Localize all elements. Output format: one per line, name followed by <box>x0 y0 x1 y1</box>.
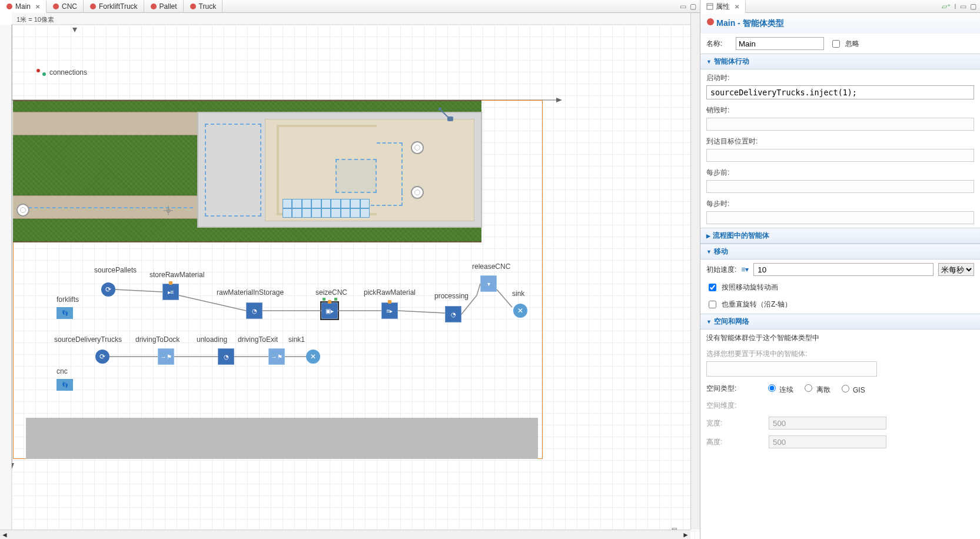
value-type-icon[interactable]: ≡▾ <box>741 265 749 274</box>
ignore-checkbox[interactable]: 忽略 <box>830 38 859 49</box>
block-label: seizeCNC <box>315 288 347 297</box>
network-node[interactable] <box>411 141 424 154</box>
connections-element[interactable]: connections <box>36 68 87 76</box>
width-input[interactable] <box>769 417 886 430</box>
moveto-block[interactable]: →⚑ <box>268 348 285 365</box>
sink-block[interactable]: ✕ <box>306 350 320 364</box>
rotate-anim-checkbox[interactable]: 按照移动旋转动画 <box>706 282 974 293</box>
maximize-icon[interactable]: ▢ <box>970 2 976 11</box>
block-label: releaseCNC <box>472 262 510 271</box>
horizontal-scrollbar[interactable]: ◄► <box>0 530 690 539</box>
block-label: sourcePallets <box>94 266 137 274</box>
block-label: forklifts <box>57 295 79 304</box>
tab-forklift[interactable]: ForkliftTruck <box>84 0 144 12</box>
connections-icon <box>36 69 46 76</box>
vertical-scrollbar[interactable] <box>690 13 700 530</box>
path-cnc[interactable] <box>377 142 403 192</box>
store-block[interactable]: ▸≡ <box>162 284 179 300</box>
path-storage[interactable] <box>371 192 403 206</box>
block-label: cnc <box>57 367 68 375</box>
pin-icon[interactable]: ⁞ <box>954 2 956 11</box>
delay-block[interactable]: ◔ <box>445 306 461 322</box>
initial-speed-input[interactable] <box>753 263 934 276</box>
name-input[interactable] <box>736 37 824 50</box>
sink-block[interactable]: ✕ <box>513 304 527 318</box>
field-label: 空间维度: <box>706 401 757 411</box>
resource-pool[interactable]: 👣 <box>57 379 73 391</box>
environment-select[interactable] <box>706 361 877 377</box>
attractor-icon[interactable] <box>162 205 174 217</box>
ruler-vertical <box>0 25 12 539</box>
radio-discrete[interactable]: 离散 <box>802 382 830 395</box>
field-label: 空间类型: <box>706 384 757 394</box>
tab-pallet[interactable]: Pallet <box>144 0 184 12</box>
on-step-field[interactable] <box>706 211 974 224</box>
source-block[interactable]: ⟳ <box>95 350 109 364</box>
minimize-icon[interactable]: ▭ <box>680 2 686 11</box>
network-node[interactable] <box>411 186 424 199</box>
field-label: 销毁时: <box>706 105 974 115</box>
properties-tabs: 属性 ✕ ▱⁺ ⁞ ▭ ▢ <box>700 0 980 13</box>
section-agent-actions[interactable]: ▼智能体行动 <box>700 54 980 69</box>
tab-main[interactable]: Main ✕ <box>0 1 46 13</box>
field-label: 每步时: <box>706 199 974 209</box>
ruler-horizontal <box>12 13 700 25</box>
on-startup-field[interactable] <box>706 85 974 99</box>
block-label: pickRawMaterial <box>364 288 416 297</box>
editor-tabs: Main ✕ CNC ForkliftTruck Pallet Truck ▭ <box>0 0 700 13</box>
seize-block[interactable]: ▣▸ <box>321 302 338 319</box>
vertical-rotate-checkbox[interactable]: 也垂直旋转（沿Z-轴） <box>706 299 974 310</box>
section-movement[interactable]: ▼移动 <box>700 244 980 259</box>
before-step-field[interactable] <box>706 180 974 193</box>
tab-label: 属性 <box>716 2 730 12</box>
block-label: sourceDeliveryTrucks <box>54 335 122 344</box>
name-label: 名称: <box>706 39 730 49</box>
agent-icon <box>150 3 157 10</box>
resource-pool[interactable]: 👣 <box>57 307 73 319</box>
moveto-block[interactable]: →⚑ <box>158 348 174 365</box>
section-space[interactable]: ▼空间和网络 <box>700 314 980 330</box>
block-label: rawMaterialInStorage <box>217 288 284 297</box>
release-block[interactable]: ▾ <box>480 275 497 292</box>
tab-label: Pallet <box>160 2 177 11</box>
field-label: 启动时: <box>706 73 974 83</box>
delay-block[interactable]: ◔ <box>218 348 234 365</box>
radio-gis[interactable]: GIS <box>839 383 865 394</box>
delay-block[interactable]: ◔ <box>246 302 263 319</box>
svg-point-18 <box>707 18 714 25</box>
tab-truck[interactable]: Truck <box>184 0 223 12</box>
network-node[interactable] <box>16 204 29 217</box>
field-label: 每步前: <box>706 168 974 178</box>
field-label: 高度: <box>706 437 757 447</box>
block-label: sink <box>512 290 524 298</box>
tab-label: ForkliftTruck <box>99 2 138 11</box>
agent-type-icon <box>706 19 715 28</box>
block-label: storeRawMaterial <box>150 271 204 279</box>
section-agents-in-flow[interactable]: ▶流程图中的智能体 <box>700 228 980 244</box>
tab-label: Main <box>15 2 31 11</box>
tab-cnc[interactable]: CNC <box>46 0 84 12</box>
properties-header: Main - 智能体类型 <box>700 13 980 34</box>
maximize-icon[interactable]: ▢ <box>690 2 696 11</box>
design-canvas[interactable]: 1米 = 10像素 connections <box>0 13 700 539</box>
minimize-icon[interactable]: ▭ <box>960 2 966 11</box>
source-block[interactable]: ⟳ <box>101 282 115 297</box>
on-arrival-field[interactable] <box>706 149 974 162</box>
dock-area[interactable] <box>205 124 261 217</box>
svg-point-4 <box>190 4 196 9</box>
speed-unit-select[interactable]: 米每秒 <box>938 263 974 276</box>
close-icon[interactable]: ✕ <box>735 4 739 10</box>
height-input[interactable] <box>769 435 886 448</box>
camera-icon[interactable] <box>438 107 456 132</box>
radio-continuous[interactable]: 连续 <box>765 382 793 395</box>
tab-properties[interactable]: 属性 ✕ <box>700 1 746 13</box>
svg-point-0 <box>6 4 12 9</box>
agent-icon <box>52 3 59 10</box>
new-view-icon[interactable]: ▱⁺ <box>942 2 951 11</box>
on-destroy-field[interactable] <box>706 118 974 131</box>
pick-block[interactable]: ≡▸ <box>381 302 398 319</box>
close-icon[interactable]: ✕ <box>35 4 40 10</box>
pallet-rack[interactable] <box>283 199 370 218</box>
storage-zone[interactable] <box>335 159 377 193</box>
editor-window-controls: ▭ ▢ <box>676 0 700 12</box>
